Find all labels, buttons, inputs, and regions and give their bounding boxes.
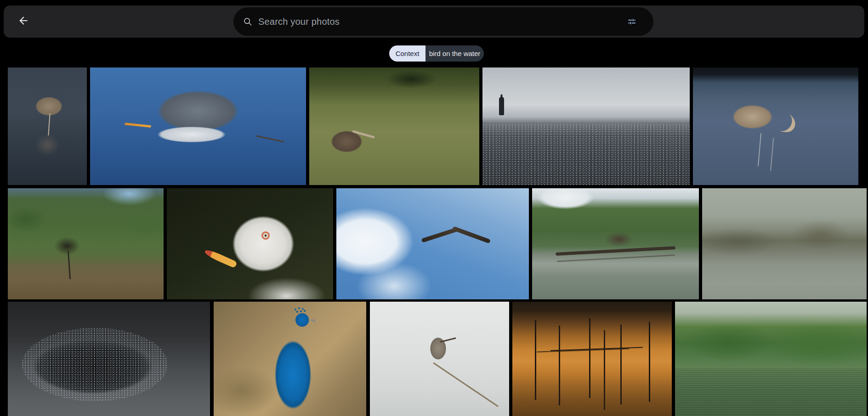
tune-sliders-icon — [627, 17, 637, 27]
photo-hummingbird[interactable] — [370, 302, 509, 416]
photo-seagull-closeup[interactable] — [167, 188, 333, 299]
photo-gravel-pile[interactable] — [8, 302, 210, 416]
photo-pelican-perched-trees[interactable] — [8, 188, 164, 299]
search-icon — [243, 17, 253, 27]
chip-query-bird-on-the-water[interactable]: bird on the water — [425, 45, 484, 62]
photo-heron-flying[interactable] — [90, 67, 306, 185]
search-bar[interactable]: Search your photos — [233, 7, 653, 36]
back-arrow-icon — [17, 15, 29, 27]
photo-flamingo-reflection[interactable] — [8, 67, 87, 185]
photo-lake-trees[interactable] — [675, 302, 867, 416]
chip-context[interactable]: Context — [389, 45, 425, 62]
search-input[interactable]: Search your photos — [258, 17, 627, 27]
photo-pelican-swimming[interactable] — [309, 67, 479, 185]
photo-pelican-on-log[interactable] — [532, 188, 699, 299]
search-header: Search your photos — [4, 6, 864, 38]
photo-sunset-snags[interactable] — [512, 302, 672, 416]
photo-peacock[interactable] — [214, 302, 366, 416]
photo-misty-lake[interactable] — [702, 188, 867, 299]
photo-pelican-soaring[interactable] — [336, 188, 529, 299]
filter-chip-group: Context bird on the water — [389, 45, 484, 62]
photo-person-in-water[interactable] — [482, 67, 690, 185]
photo-flamingo-feeding[interactable] — [693, 67, 858, 185]
back-button[interactable] — [13, 10, 34, 31]
search-filters-button[interactable] — [627, 17, 637, 27]
